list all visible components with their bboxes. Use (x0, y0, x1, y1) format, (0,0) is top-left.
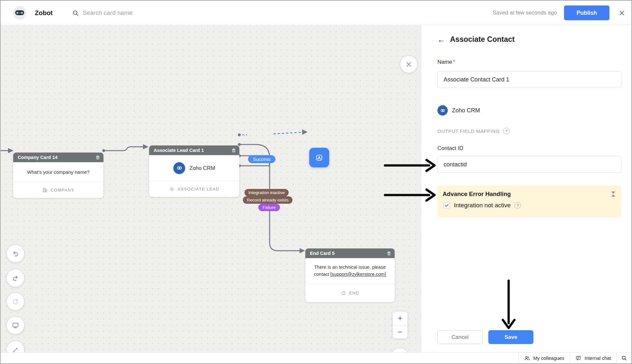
panel-title: Associate Contact (450, 35, 515, 44)
contact-id-label: Contact ID (437, 145, 463, 152)
integration-inactive-pill: Integration inactive (244, 189, 289, 196)
associate-lead-icon (169, 186, 175, 192)
delete-card-icon[interactable] (387, 251, 391, 256)
back-arrow-icon[interactable]: ← (437, 36, 445, 43)
zobot-builder-window: Zobot Saved at few seconds ago Publish (0, 0, 632, 364)
card-config-panel: ← Associate Contact Name* Zoho CRM OUTPU… (421, 25, 631, 352)
card-type-footer: END (305, 284, 395, 302)
app-title: Zobot (35, 9, 53, 17)
chat-icon (575, 355, 581, 361)
zoho-crm-icon (437, 105, 448, 116)
robot-visor (15, 10, 24, 15)
colleagues-icon (524, 355, 531, 361)
integration-row: Zoho CRM (437, 105, 480, 116)
name-label: Name* (437, 59, 455, 65)
failure-pill: Failure (258, 204, 280, 211)
zoom-in-button[interactable]: + (393, 312, 407, 325)
card-title: Associate Lead Card 1 (154, 148, 204, 153)
help-icon[interactable]: ? (514, 202, 521, 209)
help-icon[interactable]: ? (503, 128, 510, 134)
cancel-button[interactable]: Cancel (437, 330, 483, 344)
company-card[interactable]: Company Card 14 What's your company name… (13, 153, 103, 198)
contact-id-input[interactable] (437, 156, 621, 173)
name-input[interactable] (437, 71, 621, 88)
monitor-icon (12, 322, 19, 329)
success-pill: Success (248, 155, 275, 163)
redo-button[interactable] (7, 269, 24, 287)
check-icon (445, 203, 449, 208)
company-icon (42, 187, 48, 193)
card-type-label: COMPANY (51, 188, 74, 192)
search-icon (621, 355, 627, 361)
card-type-label: END (349, 291, 359, 295)
save-button[interactable]: Save (488, 330, 533, 344)
delete-card-icon[interactable] (95, 155, 100, 160)
advance-error-handling-box: Advance Error Handling Integration not a… (437, 185, 621, 217)
my-colleagues-button[interactable]: My colleagues (518, 353, 570, 363)
end-message-line1: There is an technical issue, please (314, 264, 386, 271)
canvas-close-button[interactable] (400, 56, 417, 73)
associate-contact-node[interactable] (309, 148, 329, 167)
end-card[interactable]: End Card 5 There is an technical issue, … (305, 248, 395, 302)
card-title: End Card 5 (310, 251, 335, 256)
card-type-footer: COMPANY (13, 182, 103, 198)
collapse-icon[interactable] (611, 191, 616, 197)
end-message: There is an technical issue, please cont… (305, 258, 395, 284)
card-search[interactable] (72, 9, 167, 16)
undo-icon (12, 250, 19, 257)
support-email-link[interactable]: support@zylkerstore.com (332, 272, 385, 277)
card-header[interactable]: Associate Lead Card 1 (149, 145, 239, 155)
robot-eye (21, 12, 23, 14)
integration-row: Zoho CRM (173, 162, 215, 174)
company-to-lead-connector (104, 147, 143, 151)
global-search-button[interactable] (617, 353, 631, 363)
associate-lead-card[interactable]: Associate Lead Card 1 Zoho CR (149, 145, 239, 197)
close-icon (405, 61, 412, 68)
redo-icon (12, 274, 19, 282)
integration-label: Zoho CRM (189, 165, 215, 171)
robot-wave (18, 13, 21, 13)
end-message-line2: contact [support@zylkerstore.com] (314, 271, 386, 278)
zobot-logo-icon (13, 6, 26, 20)
internal-chat-button[interactable]: Internal chat (570, 353, 617, 363)
status-bar: My colleagues Internal chat (1, 352, 631, 363)
zoom-out-button[interactable]: − (393, 325, 407, 339)
integration-not-active-checkbox[interactable] (444, 202, 450, 209)
search-input[interactable] (83, 9, 167, 16)
record-exists-pill: Record already exists (243, 196, 292, 204)
zoom-controls: + − (393, 312, 407, 339)
error-handling-title: Advance Error Handling (443, 191, 611, 198)
sync-button[interactable] (7, 293, 24, 310)
close-icon[interactable] (617, 8, 627, 18)
publish-button[interactable]: Publish (564, 5, 609, 20)
delete-card-icon[interactable] (231, 148, 236, 153)
card-header[interactable]: End Card 5 (305, 248, 395, 258)
card-type-label: ASSOCIATE LEAD (177, 187, 219, 191)
integration-label: Zoho CRM (452, 107, 480, 114)
save-status-text: Saved at few seconds ago (493, 10, 557, 16)
my-colleagues-label: My colleagues (533, 355, 564, 361)
top-bar: Zobot Saved at few seconds ago Publish (1, 1, 631, 25)
card-type-footer: ASSOCIATE LEAD (149, 181, 239, 197)
card-title: Company Card 14 (18, 155, 57, 160)
required-asterisk: * (453, 59, 455, 65)
search-icon (72, 10, 79, 16)
preview-monitor-button[interactable] (7, 317, 24, 334)
success-connector (273, 132, 302, 134)
output-field-mapping-section: OUTPUT FIELD MAPPING ? (437, 128, 510, 134)
zoho-crm-icon (173, 162, 185, 174)
card-header[interactable]: Company Card 14 (13, 153, 103, 162)
sync-icon (12, 298, 19, 305)
undo-button[interactable] (7, 245, 24, 262)
checkbox-label: Integration not active (454, 202, 511, 209)
internal-chat-label: Internal chat (584, 355, 611, 361)
contact-card-icon (315, 154, 323, 162)
flow-canvas[interactable]: Company Card 14 What's your company name… (1, 25, 421, 352)
end-power-icon (341, 290, 346, 296)
card-question: What's your company name? (13, 162, 103, 182)
